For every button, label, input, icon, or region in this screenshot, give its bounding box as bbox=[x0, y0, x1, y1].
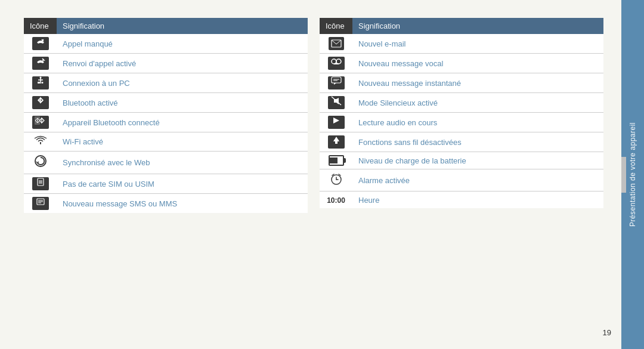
svg-point-19 bbox=[336, 59, 341, 64]
voicemail-icon bbox=[328, 57, 345, 70]
icon-cell bbox=[320, 132, 352, 152]
battery-icon bbox=[329, 155, 344, 166]
forward-call-icon bbox=[32, 57, 49, 70]
icon-cell: 10:00 bbox=[320, 192, 352, 209]
sidebar-grip bbox=[621, 157, 626, 193]
table-row: Alarme activée bbox=[320, 169, 603, 192]
im-icon bbox=[328, 76, 345, 89]
table-row: Niveau de charge de la batterie bbox=[320, 152, 603, 169]
svg-line-24 bbox=[332, 97, 341, 105]
sync-label: Synchronisé avec le Web bbox=[57, 152, 308, 174]
icon-cell bbox=[320, 169, 352, 192]
usb-label: Connexion à un PC bbox=[57, 73, 308, 93]
svg-point-18 bbox=[332, 59, 336, 64]
svg-point-6 bbox=[39, 77, 41, 79]
silent-label: Mode Silencieux activé bbox=[352, 93, 603, 113]
voicemail-label: Nouveau message vocal bbox=[352, 54, 603, 73]
icon-cell bbox=[24, 73, 57, 93]
nosim-label: Pas de carte SIM ou USIM bbox=[57, 174, 308, 194]
forward-call-label: Renvoi d'appel activé bbox=[57, 54, 308, 73]
table-row: Mode Silencieux activé bbox=[320, 93, 603, 113]
icon-cell bbox=[24, 93, 57, 113]
main-content: Icône Signification Appel manqué bbox=[0, 0, 621, 349]
sidebar-label: Présentation de votre appareil bbox=[628, 122, 637, 227]
bt-connected-icon bbox=[32, 116, 49, 129]
icon-cell bbox=[320, 113, 352, 132]
table-row: Pas de carte SIM ou USIM bbox=[24, 174, 308, 194]
play-label: Lecture audio en cours bbox=[352, 113, 603, 132]
left-header-icon-col: Icône bbox=[24, 18, 57, 34]
play-icon bbox=[328, 116, 345, 129]
time-prefix: 10:00 bbox=[327, 196, 345, 205]
icon-cell bbox=[24, 174, 57, 194]
left-icon-table: Icône Signification Appel manqué bbox=[24, 18, 308, 213]
alarm-icon bbox=[329, 172, 344, 186]
table-row: 10:00 Heure bbox=[320, 192, 603, 209]
table-row: Nouveau message SMS ou MMS bbox=[24, 194, 308, 214]
alarm-label: Alarme activée bbox=[352, 169, 603, 192]
table-row: Nouvel e-mail bbox=[320, 34, 603, 54]
bluetooth-icon bbox=[32, 96, 49, 109]
table-row: Synchronisé avec le Web bbox=[24, 152, 308, 174]
icon-cell bbox=[320, 93, 352, 113]
bluetooth-label: Bluetooth activé bbox=[57, 93, 308, 113]
icon-cell bbox=[24, 194, 57, 214]
right-sidebar: Présentation de votre appareil bbox=[621, 0, 644, 349]
right-header-sig-col: Signification bbox=[352, 18, 603, 34]
table-row: Renvoi d'appel activé bbox=[24, 54, 308, 73]
email-icon bbox=[329, 37, 344, 50]
sync-icon bbox=[34, 155, 47, 171]
missed-call-icon bbox=[32, 37, 49, 50]
left-table-container: Icône Signification Appel manqué bbox=[24, 18, 308, 331]
table-row: Appel manqué bbox=[24, 34, 308, 54]
right-header-icon-col: Icône bbox=[320, 18, 352, 34]
sms-icon bbox=[32, 197, 49, 210]
table-row: Bluetooth activé bbox=[24, 93, 308, 113]
table-row: Connexion à un PC bbox=[24, 73, 308, 93]
icon-cell bbox=[24, 34, 57, 54]
usb-icon bbox=[32, 76, 49, 89]
right-table-container: Icône Signification Nouvel e-mail bbox=[320, 18, 603, 331]
table-row: Fonctions sans fil désactivées bbox=[320, 132, 603, 152]
missed-call-label: Appel manqué bbox=[57, 34, 308, 54]
svg-rect-21 bbox=[332, 77, 341, 83]
page-number: 19 bbox=[603, 328, 611, 337]
wifi-icon bbox=[34, 135, 47, 148]
icon-cell bbox=[24, 132, 57, 152]
table-row: Nouveau message instantané bbox=[320, 73, 603, 93]
table-row: Nouveau message vocal bbox=[320, 54, 603, 73]
airplane-icon bbox=[328, 135, 345, 149]
table-row: Lecture audio en cours bbox=[320, 113, 603, 132]
icon-cell bbox=[24, 113, 57, 132]
right-icon-table: Icône Signification Nouvel e-mail bbox=[320, 18, 603, 208]
nosim-icon bbox=[32, 177, 49, 190]
bt-connected-label: Appareil Bluetooth connecté bbox=[57, 113, 308, 132]
airplane-label: Fonctions sans fil désactivées bbox=[352, 132, 603, 152]
svg-rect-4 bbox=[38, 82, 40, 84]
svg-point-5 bbox=[41, 82, 43, 84]
email-label: Nouvel e-mail bbox=[352, 34, 603, 54]
left-header-sig-col: Signification bbox=[57, 18, 308, 34]
wifi-label: Wi-Fi activé bbox=[57, 132, 308, 152]
battery-label: Niveau de charge de la batterie bbox=[352, 152, 603, 169]
icon-cell bbox=[320, 73, 352, 93]
icon-cell bbox=[320, 34, 352, 54]
icon-cell bbox=[24, 54, 57, 73]
im-label: Nouveau message instantané bbox=[352, 73, 603, 93]
svg-marker-25 bbox=[333, 118, 339, 123]
silent-icon bbox=[328, 96, 345, 109]
sms-label: Nouveau message SMS ou MMS bbox=[57, 194, 308, 214]
icon-cell bbox=[320, 54, 352, 73]
time-label: Heure bbox=[352, 192, 603, 209]
icon-cell bbox=[320, 152, 352, 169]
table-row: Appareil Bluetooth connecté bbox=[24, 113, 308, 132]
icon-cell bbox=[24, 152, 57, 174]
table-row: Wi-Fi activé bbox=[24, 132, 308, 152]
